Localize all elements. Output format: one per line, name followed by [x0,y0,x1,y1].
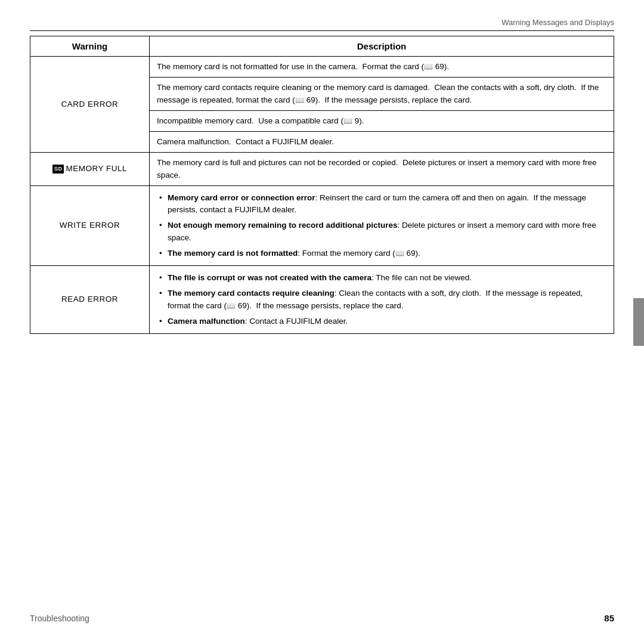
table-row: SD MEMORY FULL The memory card is full a… [30,153,614,186]
col-header-warning: Warning [30,36,150,57]
page-number: 85 [604,613,614,623]
list-item: Camera malfunction: Contact a FUJIFILM d… [157,314,606,329]
page-header: Warning Messages and Displays [30,18,614,31]
list-item: The memory card is not formatted: Format… [157,246,606,261]
desc-card-error-1: The memory card is not formatted for use… [150,57,614,78]
warning-label-write-error: WRITE ERROR [30,185,150,265]
list-item: Not enough memory remaining to record ad… [157,218,606,246]
warning-label-read-error: READ ERROR [30,266,150,334]
warning-table: Warning Description CARD ERROR The memor… [30,36,614,334]
page-tab-marker [633,298,644,346]
list-item: The file is corrupt or was not created w… [157,270,606,286]
table-row: READ ERROR The file is corrupt or was no… [30,266,614,334]
col-header-description: Description [150,36,614,57]
page-container: Warning Messages and Displays Warning De… [0,0,644,644]
footer-section-label: Troubleshooting [30,614,89,623]
desc-write-error: Memory card error or connection error: R… [150,185,614,265]
warning-label-card-error: CARD ERROR [30,57,150,153]
list-item: The memory card contacts require cleanin… [157,286,606,314]
desc-read-error: The file is corrupt or was not created w… [150,266,614,334]
header-title: Warning Messages and Displays [501,18,614,27]
list-item: Memory card error or connection error: R… [157,190,606,218]
table-row: CARD ERROR The memory card is not format… [30,57,614,78]
memory-full-text: MEMORY FULL [66,163,127,175]
desc-card-error-2: The memory card contacts require cleanin… [150,78,614,111]
table-row: WRITE ERROR Memory card error or connect… [30,185,614,265]
sd-icon: SD [52,165,64,174]
desc-card-error-3: Incompatible memory card. Use a compatib… [150,110,614,131]
page-footer: Troubleshooting 85 [30,613,614,623]
desc-card-error-4: Camera malfunction. Contact a FUJIFILM d… [150,132,614,153]
desc-memory-full: The memory card is full and pictures can… [150,153,614,186]
warning-label-memory-full: SD MEMORY FULL [30,153,150,186]
